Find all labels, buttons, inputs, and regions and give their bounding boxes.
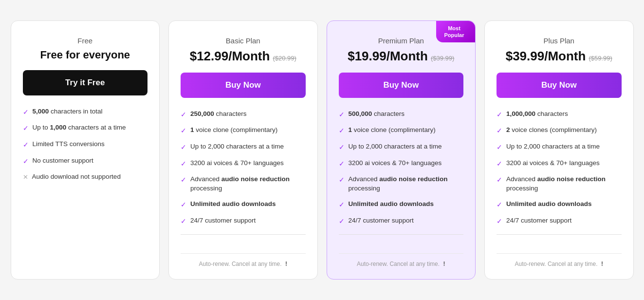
feature-text: 3200 ai voices & 70+ languages bbox=[506, 159, 600, 168]
list-item: ✕Audio download not supported bbox=[23, 172, 148, 182]
feature-text: 3200 ai voices & 70+ languages bbox=[190, 159, 284, 168]
plan-price-premium: $19.99/Month bbox=[348, 49, 428, 63]
feature-text: No customer support bbox=[33, 156, 93, 166]
check-icon: ✓ bbox=[339, 175, 345, 185]
check-icon: ✓ bbox=[181, 200, 186, 210]
plan-price-old-basic: ($20.99) bbox=[273, 55, 296, 62]
plan-price-row-basic: $12.99/Month($20.99) bbox=[181, 49, 306, 64]
list-item: ✓24/7 customer support bbox=[181, 216, 306, 226]
features-list-premium: ✓500,000 characters✓1 voice clone (compl… bbox=[339, 110, 464, 232]
feature-text: 1 voice clone (complimentary) bbox=[190, 126, 277, 135]
plan-card-premium: MostPopularPremium Plan$19.99/Month($39.… bbox=[327, 20, 476, 280]
feature-text: Up to 1,000 characters at a time bbox=[33, 123, 126, 132]
exclaim-icon: ! bbox=[285, 261, 287, 267]
feature-text: Limited TTS conversions bbox=[33, 140, 105, 149]
feature-text: 1,000,000 characters bbox=[506, 110, 568, 119]
list-item: ✓Unlimited audio downloads bbox=[497, 200, 622, 210]
list-item: ✓1,000,000 characters bbox=[497, 110, 622, 120]
pricing-container: FreeFree for everyoneTry it Free✓5,000 c… bbox=[11, 20, 634, 280]
most-popular-badge: MostPopular bbox=[436, 21, 475, 43]
feature-text: Audio download not supported bbox=[32, 172, 121, 182]
list-item: ✓3200 ai voices & 70+ languages bbox=[497, 159, 622, 169]
check-icon: ✓ bbox=[497, 110, 502, 120]
list-item: ✓Advanced audio noise reduction processi… bbox=[497, 175, 622, 193]
list-item: ✓500,000 characters bbox=[339, 110, 464, 120]
list-item: ✓Up to 2,000 characters at a time bbox=[497, 142, 622, 152]
list-item: ✓Up to 2,000 characters at a time bbox=[181, 142, 306, 152]
list-item: ✓Up to 1,000 characters at a time bbox=[23, 123, 148, 133]
check-icon: ✓ bbox=[339, 200, 345, 210]
feature-text: 500,000 characters bbox=[349, 110, 405, 119]
check-icon: ✓ bbox=[339, 110, 345, 120]
plan-price-basic: $12.99/Month bbox=[190, 49, 270, 63]
feature-text: Up to 2,000 characters at a time bbox=[190, 142, 284, 151]
premium-button[interactable]: Buy Now bbox=[339, 73, 464, 98]
free-button[interactable]: Try it Free bbox=[23, 70, 148, 95]
exclaim-icon: ! bbox=[443, 261, 445, 267]
cross-icon: ✕ bbox=[23, 173, 28, 182]
list-item: ✓1 voice clone (complimentary) bbox=[181, 126, 306, 136]
feature-text: Up to 2,000 characters at a time bbox=[506, 142, 600, 151]
plus-button[interactable]: Buy Now bbox=[497, 73, 622, 98]
check-icon: ✓ bbox=[339, 143, 345, 152]
check-icon: ✓ bbox=[181, 143, 186, 152]
feature-text: Advanced audio noise reduction processin… bbox=[190, 175, 306, 193]
list-item: ✓Up to 2,000 characters at a time bbox=[339, 142, 464, 152]
list-item: ✓3200 ai voices & 70+ languages bbox=[181, 159, 306, 169]
feature-text: 250,000 characters bbox=[190, 110, 247, 119]
check-icon: ✓ bbox=[181, 110, 186, 120]
feature-text: Advanced audio noise reduction processin… bbox=[349, 175, 464, 193]
plan-price-plus: $39.99/Month bbox=[506, 49, 586, 63]
list-item: ✓No customer support bbox=[23, 156, 148, 167]
feature-text: 1 voice clone (complimentary) bbox=[349, 126, 436, 135]
check-icon: ✓ bbox=[339, 159, 345, 169]
list-item: ✓250,000 characters bbox=[181, 110, 306, 120]
plan-card-basic: Basic Plan$12.99/Month($20.99)Buy Now✓25… bbox=[168, 20, 318, 280]
plan-price-row-premium: $19.99/Month($39.99) bbox=[339, 49, 464, 64]
check-icon: ✓ bbox=[497, 159, 502, 169]
features-list-basic: ✓250,000 characters✓1 voice clone (compl… bbox=[181, 110, 306, 232]
check-icon: ✓ bbox=[23, 157, 29, 167]
list-item: ✓5,000 characters in total bbox=[23, 107, 148, 117]
feature-text: Up to 2,000 characters at a time bbox=[349, 142, 442, 151]
plan-name-plus: Plus Plan bbox=[497, 37, 622, 45]
plan-name-free: Free bbox=[23, 37, 148, 45]
list-item: ✓24/7 customer support bbox=[339, 216, 464, 226]
check-icon: ✓ bbox=[23, 124, 29, 133]
check-icon: ✓ bbox=[181, 126, 186, 136]
auto-renew-plus: Auto-renew. Cancel at any time. ! bbox=[497, 253, 622, 267]
check-icon: ✓ bbox=[181, 217, 186, 226]
list-item: ✓Unlimited audio downloads bbox=[181, 200, 306, 210]
feature-text: Unlimited audio downloads bbox=[349, 200, 434, 209]
basic-button[interactable]: Buy Now bbox=[181, 73, 306, 98]
feature-text: 24/7 customer support bbox=[506, 216, 571, 225]
check-icon: ✓ bbox=[339, 126, 345, 136]
feature-text: 24/7 customer support bbox=[349, 216, 414, 225]
list-item: ✓Limited TTS conversions bbox=[23, 140, 148, 150]
feature-text: 3200 ai voices & 70+ languages bbox=[349, 159, 442, 168]
check-icon: ✓ bbox=[23, 140, 29, 150]
feature-text: 24/7 customer support bbox=[190, 216, 256, 225]
list-item: ✓2 voice clones (complimentary) bbox=[497, 126, 622, 136]
list-item: ✓Advanced audio noise reduction processi… bbox=[339, 175, 464, 193]
exclaim-icon: ! bbox=[601, 261, 603, 267]
list-item: ✓3200 ai voices & 70+ languages bbox=[339, 159, 464, 169]
list-item: ✓Unlimited audio downloads bbox=[339, 200, 464, 210]
auto-renew-basic: Auto-renew. Cancel at any time. ! bbox=[181, 253, 306, 267]
check-icon: ✓ bbox=[497, 200, 502, 210]
check-icon: ✓ bbox=[497, 143, 502, 152]
check-icon: ✓ bbox=[497, 126, 502, 136]
plan-price-old-premium: ($39.99) bbox=[431, 55, 454, 62]
auto-renew-premium: Auto-renew. Cancel at any time. ! bbox=[339, 253, 464, 267]
features-list-plus: ✓1,000,000 characters✓2 voice clones (co… bbox=[497, 110, 622, 232]
features-list-free: ✓5,000 characters in total✓Up to 1,000 c… bbox=[23, 107, 148, 267]
check-icon: ✓ bbox=[181, 159, 186, 169]
plan-name-basic: Basic Plan bbox=[181, 37, 306, 45]
list-item: ✓1 voice clone (complimentary) bbox=[339, 126, 464, 136]
feature-text: 5,000 characters in total bbox=[33, 107, 103, 116]
plan-price-row-plus: $39.99/Month($59.99) bbox=[497, 49, 622, 64]
plan-card-plus: Plus Plan$39.99/Month($59.99)Buy Now✓1,0… bbox=[484, 20, 634, 280]
check-icon: ✓ bbox=[497, 217, 502, 226]
feature-text: 2 voice clones (complimentary) bbox=[506, 126, 597, 135]
plan-price-old-plus: ($59.99) bbox=[589, 55, 612, 62]
